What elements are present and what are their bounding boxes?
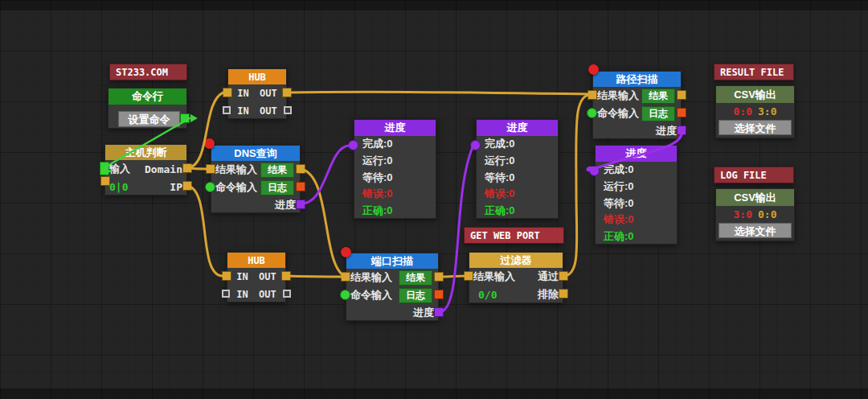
- host-check-title: 主机判断: [105, 145, 186, 160]
- choose-file-button[interactable]: 选择文件: [719, 223, 792, 238]
- choose-file-button[interactable]: 选择文件: [719, 120, 792, 135]
- node-port-scan[interactable]: 端口扫描 结果输入 结果 命令输入 日志 进度: [346, 253, 439, 321]
- node-get-web-port-label[interactable]: GET WEB PORT: [464, 227, 564, 244]
- node-command-line[interactable]: 命令行 设置命令: [108, 88, 187, 129]
- progress-correct: 正确:0: [596, 228, 677, 245]
- exclude-label: 排除: [538, 287, 559, 302]
- hub-in-socket-empty[interactable]: [223, 106, 231, 114]
- hub-out-socket[interactable]: [281, 271, 291, 281]
- hub-in-socket-empty[interactable]: [222, 290, 230, 298]
- node-path-scan[interactable]: 路径扫描 结果输入 结果 命令输入 日志 进度: [592, 71, 682, 139]
- node-progress-path[interactable]: 进度 完成:0 运行:0 等待:0 错误:0 正确:0: [595, 145, 678, 245]
- node-host-check[interactable]: 主机判断 输入 Domain 0|0 IP: [104, 144, 187, 195]
- canvas-top-edge: [0, 0, 868, 10]
- log-file-title: LOG FILE: [720, 170, 767, 181]
- row-command: 命令输入 日志: [593, 105, 681, 122]
- filter-input-socket[interactable]: [464, 271, 473, 281]
- command-input-socket-green[interactable]: [205, 182, 215, 192]
- csv-output-title: CSV输出: [716, 86, 794, 103]
- node-editor-canvas[interactable]: ST233.COM 命令行 设置命令 主机判断 输入 Domain 0|0 IP…: [0, 0, 868, 399]
- wire-filter-pass-to-path-scan[interactable]: [563, 94, 592, 276]
- set-command-button[interactable]: 设置命令: [118, 111, 180, 127]
- row-progress: 进度: [346, 304, 438, 322]
- result-button[interactable]: 结果: [641, 88, 675, 104]
- command-input-label: 命令输入: [215, 180, 260, 195]
- exclude-output-socket[interactable]: [559, 289, 568, 298]
- progress-input-socket[interactable]: [348, 140, 358, 150]
- progress-input-socket[interactable]: [470, 140, 481, 150]
- progress-error: 错误:0: [477, 186, 558, 203]
- node-progress-dns[interactable]: 进度 完成:0 运行:0 等待:0 错误:0 正确:0: [354, 119, 436, 219]
- hub-row-1: IN OUT: [228, 84, 286, 102]
- row-exclude: 0/0 排除: [469, 286, 563, 303]
- log-output-socket[interactable]: [296, 182, 305, 191]
- command-output-socket[interactable]: [180, 113, 190, 123]
- canvas-bottom-edge: [0, 389, 868, 399]
- row-progress: 进度: [593, 122, 681, 140]
- progress-title: 进度: [596, 146, 677, 162]
- progress-input-socket[interactable]: [589, 166, 600, 176]
- log-button[interactable]: 日志: [399, 288, 432, 303]
- csv-output-title: CSV输出: [716, 189, 794, 206]
- node-result-csv[interactable]: CSV输出 0:0 3:0 选择文件: [715, 85, 795, 138]
- command-input-socket-green[interactable]: [587, 108, 597, 118]
- hub-row-2: IN OUT: [228, 102, 286, 120]
- log-button[interactable]: 日志: [641, 106, 675, 121]
- wire-dns-result-to-port-scan[interactable]: [301, 169, 346, 277]
- csv-counts: 0:0 3:0: [716, 103, 794, 120]
- progress-output-socket[interactable]: [677, 125, 686, 135]
- progress-output-socket[interactable]: [434, 307, 444, 317]
- node-hub-bottom[interactable]: HUB IN OUT IN OUT: [227, 252, 286, 302]
- wire-hub-top-to-path-scan[interactable]: [287, 92, 592, 94]
- log-output-socket[interactable]: [434, 290, 444, 299]
- result-button[interactable]: 结果: [260, 162, 294, 178]
- progress-done: 完成:0: [477, 136, 558, 153]
- node-dns-query[interactable]: DNS查询 结果输入 结果 命令输入 日志 进度: [211, 145, 301, 213]
- wire-hub-bottom-to-port-scan[interactable]: [286, 276, 346, 277]
- port-scan-title: 端口扫描: [346, 253, 438, 269]
- node-st233-label[interactable]: ST233.COM: [109, 64, 187, 80]
- hub-title: HUB: [228, 69, 286, 84]
- node-log-csv[interactable]: CSV输出 3:0 0:0 选择文件: [715, 188, 795, 241]
- row-progress: 进度: [211, 196, 300, 214]
- command-input-socket-green[interactable]: [340, 290, 350, 300]
- node-result-file-label[interactable]: RESULT FILE: [714, 64, 794, 80]
- result-input-socket[interactable]: [341, 272, 350, 282]
- progress-title: 进度: [477, 120, 558, 136]
- hub-in-socket[interactable]: [222, 271, 231, 281]
- hub-out-socket-empty[interactable]: [283, 290, 291, 298]
- progress-done: 完成:0: [354, 136, 436, 153]
- node-log-file-label[interactable]: LOG FILE: [714, 167, 794, 183]
- node-progress-port[interactable]: 进度 完成:0 运行:0 等待:0 错误:0 正确:0: [476, 119, 559, 219]
- node-filter[interactable]: 过滤器 结果输入 通过 0/0 排除: [469, 252, 563, 303]
- domain-output-socket[interactable]: [182, 163, 192, 173]
- hub-out-socket-empty[interactable]: [284, 106, 292, 114]
- count-red: 0:0: [734, 105, 752, 117]
- command-input-label: 命令输入: [350, 288, 399, 302]
- pass-output-socket[interactable]: [559, 271, 568, 281]
- row-pass: 结果输入 通过: [469, 268, 563, 286]
- node-hub-top[interactable]: HUB IN OUT IN OUT: [227, 68, 287, 119]
- result-output-socket[interactable]: [434, 272, 444, 282]
- status-dot-red: [341, 247, 351, 257]
- ip-output-socket[interactable]: [182, 181, 192, 191]
- row-command: 命令输入 日志: [346, 286, 438, 304]
- log-output-socket[interactable]: [677, 108, 686, 117]
- result-input-socket[interactable]: [588, 90, 597, 100]
- log-button[interactable]: 日志: [260, 180, 294, 195]
- progress-waiting: 等待:0: [596, 195, 677, 212]
- pass-label: 通过: [538, 269, 559, 284]
- progress-output-socket[interactable]: [296, 200, 305, 209]
- result-input-socket[interactable]: [206, 164, 215, 174]
- status-dot-red: [588, 64, 599, 75]
- count-yellow: 0:0: [758, 208, 776, 220]
- hub-in-socket[interactable]: [223, 88, 232, 97]
- result-input-label: 结果输入: [597, 88, 641, 103]
- row-result: 结果输入 结果: [593, 87, 681, 105]
- result-button[interactable]: 结果: [399, 270, 432, 286]
- result-output-socket[interactable]: [296, 164, 305, 174]
- result-input-label: 结果输入: [350, 270, 399, 285]
- result-output-socket[interactable]: [677, 90, 686, 100]
- wire-dns-progress[interactable]: [301, 146, 349, 204]
- hub-out-socket[interactable]: [282, 88, 292, 97]
